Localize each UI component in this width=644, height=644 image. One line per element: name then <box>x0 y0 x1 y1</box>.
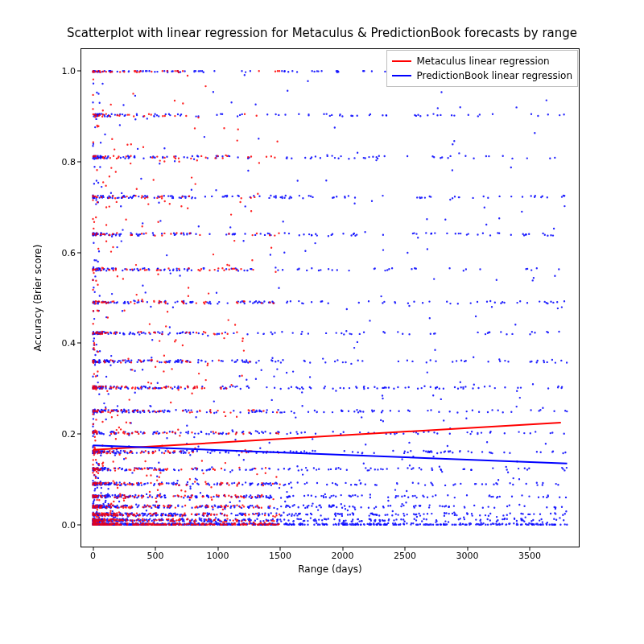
y-tick-label: 0.2 <box>62 429 76 440</box>
legend: Metaculus linear regression PredictionBo… <box>386 50 578 87</box>
x-tick-label: 0 <box>90 551 96 561</box>
y-tick-label: 0.0 <box>62 519 76 530</box>
scatter-predictionbook <box>92 70 568 526</box>
legend-label-predictionbook: PredictionBook linear regression <box>416 70 572 81</box>
legend-entry-metaculus: Metaculus linear regression <box>392 54 572 68</box>
y-tick-label: 0.6 <box>62 247 76 258</box>
legend-label-metaculus: Metaculus linear regression <box>416 56 549 67</box>
x-tick-label: 1500 <box>269 551 291 561</box>
chart-svg <box>80 48 580 547</box>
y-axis-label: Accuracy (Brier score) <box>32 48 48 547</box>
legend-swatch-metaculus <box>392 60 411 62</box>
x-tick-label: 2500 <box>394 551 416 561</box>
regression-line-predictionbook <box>93 445 568 464</box>
legend-swatch-predictionbook <box>392 75 411 76</box>
y-tick-label: 1.0 <box>62 66 76 76</box>
x-tick-label: 1000 <box>207 551 229 561</box>
y-tick-label: 0.4 <box>62 338 76 349</box>
x-tick-label: 3000 <box>456 551 479 561</box>
figure: Scatterplot with linear regression for M… <box>0 0 644 644</box>
scatter-metaculus <box>92 70 281 526</box>
legend-entry-predictionbook: PredictionBook linear regression <box>392 68 572 83</box>
x-tick-label: 3500 <box>518 551 541 561</box>
scatter-predictionbook <box>92 70 568 526</box>
x-axis-label: Range (days) <box>80 564 580 575</box>
y-tick-label: 0.8 <box>62 156 76 167</box>
chart-title: Scatterplot with linear regression for M… <box>0 26 644 40</box>
x-tick-label: 2000 <box>332 551 354 561</box>
regression-line-metaculus <box>93 423 561 450</box>
x-tick-label: 500 <box>147 551 164 561</box>
